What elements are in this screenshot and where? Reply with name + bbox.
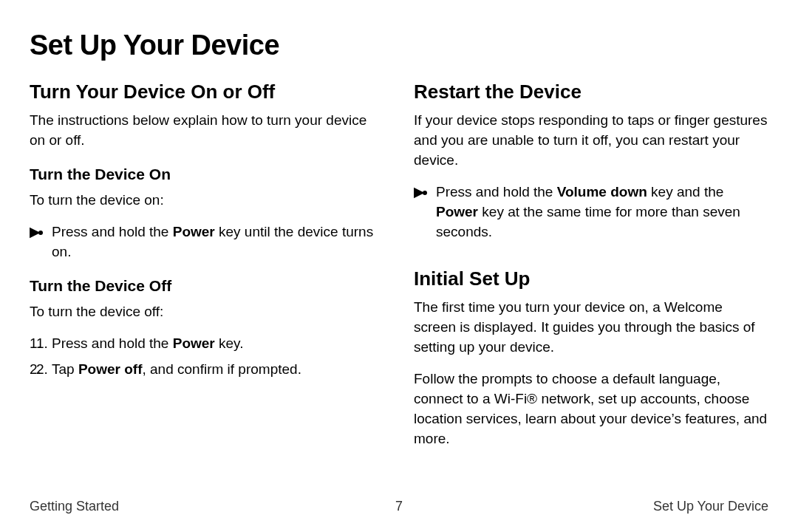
right-column: Restart the Device If your device stops … [414, 81, 768, 461]
intro-restart: If your device stops responding to taps … [414, 111, 768, 171]
initial-setup-p1: The first time you turn your device on, … [414, 298, 768, 358]
lead-turn-on: To turn the device on: [30, 191, 384, 211]
heading-restart: Restart the Device [414, 81, 768, 103]
step-turn-off-1: 1. Press and hold the Power key. [52, 334, 384, 354]
heading-turn-on-off: Turn Your Device On or Off [30, 81, 384, 103]
step-text: Tap [52, 361, 78, 377]
footer-section-right: Set Up Your Device [653, 499, 768, 514]
step-bold: Power [173, 335, 215, 351]
heading-turn-off: Turn the Device Off [30, 277, 384, 295]
step-text: Press and hold the [436, 184, 557, 200]
step-turn-on-1: ▶ Press and hold the Power key until the… [52, 222, 384, 262]
step-text: key and the [647, 184, 724, 200]
step-bold: Power off [78, 361, 143, 377]
content-columns: Turn Your Device On or Off The instructi… [30, 81, 768, 461]
step-bold: Power [173, 224, 215, 239]
step-text: Press and hold the [52, 224, 173, 239]
step-number: 2. [30, 360, 47, 380]
step-bold: Volume down [557, 184, 647, 200]
triangle-icon: ▶ [414, 183, 432, 202]
left-column: Turn Your Device On or Off The instructi… [30, 81, 384, 461]
step-turn-off-2: 2. Tap Power off, and confirm if prompte… [52, 360, 384, 380]
steps-turn-on: ▶ Press and hold the Power key until the… [30, 222, 384, 262]
intro-turn-on-off: The instructions below explain how to tu… [30, 111, 384, 151]
step-number: 1. [30, 334, 47, 354]
step-text: key. [215, 335, 244, 351]
heading-initial-setup: Initial Set Up [414, 267, 768, 290]
step-text: , and confirm if prompted. [142, 361, 301, 377]
steps-turn-off: 1. Press and hold the Power key. 2. Tap … [30, 334, 384, 380]
page-title: Set Up Your Device [30, 30, 768, 61]
step-text: key at the same time for more than seven… [436, 204, 740, 239]
triangle-icon: ▶ [30, 222, 47, 242]
page-footer: Getting Started 7 Set Up Your Device [30, 499, 768, 514]
step-restart-1: ▶ Press and hold the Volume down key and… [436, 183, 768, 242]
step-text: Press and hold the [52, 335, 173, 351]
lead-turn-off: To turn the device off: [30, 302, 384, 322]
footer-section-left: Getting Started [30, 499, 119, 514]
initial-setup-p2: Follow the prompts to choose a default l… [414, 369, 768, 449]
footer-page-number: 7 [395, 499, 403, 514]
heading-turn-on: Turn the Device On [30, 166, 384, 183]
steps-restart: ▶ Press and hold the Volume down key and… [414, 183, 768, 242]
step-bold: Power [436, 204, 478, 219]
